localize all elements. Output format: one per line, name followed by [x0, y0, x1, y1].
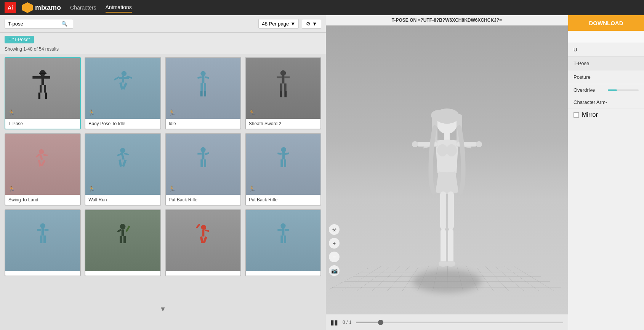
search-input[interactable]: [8, 21, 61, 27]
svg-rect-16: [202, 76, 204, 83]
animation-run-icon: 🏃: [8, 109, 15, 116]
svg-rect-35: [38, 160, 41, 167]
animation-card-wallrun[interactable]: 🏃 Wall Run: [85, 133, 161, 206]
svg-rect-64: [126, 225, 131, 232]
animation-card-r3c4[interactable]: [245, 209, 321, 276]
right-panel-u-option: U: [568, 43, 644, 57]
pause-button[interactable]: ▮▮: [330, 318, 338, 327]
animation-grid: 🏃 T-Pose 🏃: [0, 54, 326, 330]
svg-rect-76: [285, 229, 289, 231]
svg-rect-62: [122, 230, 124, 236]
svg-rect-21: [200, 91, 202, 97]
svg-rect-20: [204, 83, 206, 91]
animation-card-putbackrifle1[interactable]: 🏃 Put Back Rifle: [165, 133, 241, 206]
svg-rect-77: [280, 236, 283, 243]
svg-rect-5: [44, 85, 46, 92]
svg-point-31: [39, 149, 44, 154]
svg-rect-74: [282, 228, 285, 236]
svg-point-67: [201, 225, 206, 230]
gear-icon: ⚙: [306, 21, 311, 27]
svg-rect-68: [202, 230, 204, 236]
right-panel-tpose-option[interactable]: T-Pose: [568, 57, 644, 70]
svg-point-37: [120, 148, 125, 153]
svg-rect-28: [284, 83, 287, 91]
svg-point-61: [120, 224, 126, 230]
svg-rect-60: [43, 236, 46, 243]
character-svg: [409, 105, 485, 287]
svg-rect-17: [197, 76, 202, 78]
overdrive-fill: [608, 89, 617, 91]
tpose-option-label: T-Pose: [574, 61, 589, 66]
r3c4-figure: [268, 220, 298, 261]
animation-card-bboy[interactable]: 🏃 Bboy Pose To Idle: [85, 57, 161, 129]
anim-card-label-3: Sheath Sword 2: [246, 119, 320, 129]
idle-figure: [188, 67, 218, 109]
svg-rect-56: [42, 228, 44, 236]
svg-rect-75: [277, 229, 282, 231]
svg-rect-78: [284, 236, 286, 243]
svg-point-85: [437, 144, 448, 156]
search-input-wrap[interactable]: 🔍: [5, 19, 73, 29]
svg-rect-69: [195, 224, 200, 229]
svg-rect-58: [45, 229, 49, 231]
settings-dropdown-icon: ▼: [312, 21, 317, 27]
svg-rect-50: [282, 152, 285, 159]
animation-card-r3c1[interactable]: [5, 209, 81, 276]
camera-icon[interactable]: 📷: [329, 265, 340, 276]
svg-rect-44: [202, 152, 204, 159]
anim-card-label-11: [246, 271, 320, 276]
animation-run-icon-6: 🏃: [88, 185, 95, 193]
animation-card-putbackrifle2[interactable]: 🏃 Put Back Rifle: [245, 133, 321, 206]
per-page-select[interactable]: 48 Per page ▼: [258, 19, 299, 29]
animation-run-icon-4: 🏃: [248, 109, 256, 116]
timeline-track[interactable]: [356, 322, 563, 323]
svg-rect-29: [280, 91, 282, 97]
svg-rect-66: [123, 236, 126, 243]
nav-characters[interactable]: Characters: [70, 3, 96, 12]
svg-rect-92: [448, 191, 454, 230]
settings-button[interactable]: ⚙ ▼: [302, 19, 321, 29]
animation-card-swing[interactable]: 🏃 Swing To Land: [5, 133, 81, 206]
viewer-body: ☣ + − 📷: [326, 26, 568, 314]
svg-point-49: [281, 147, 286, 152]
chevron-down-icon: ▼: [290, 21, 295, 27]
svg-rect-32: [39, 154, 43, 160]
swing-figure: [27, 143, 58, 185]
filter-tag[interactable]: = "T-Pose": [5, 36, 34, 43]
u-label: U: [574, 47, 577, 53]
zoom-in-icon[interactable]: +: [329, 238, 340, 249]
svg-rect-22: [204, 91, 206, 97]
svg-rect-30: [284, 91, 287, 97]
svg-point-83: [431, 110, 446, 121]
time-separator: /: [346, 320, 349, 325]
svg-rect-47: [200, 159, 203, 167]
nav-animations[interactable]: Animations: [106, 3, 132, 13]
animation-card-sheath[interactable]: 🏃 Sheath Sword 2: [245, 57, 321, 129]
animation-card-tpose[interactable]: 🏃 T-Pose: [5, 57, 81, 129]
timeline-thumb[interactable]: [378, 320, 383, 325]
time-display: 0 / 1: [343, 320, 351, 325]
right-panel-posture-option[interactable]: Posture: [568, 70, 644, 84]
animation-card-r3c2[interactable]: [85, 209, 161, 276]
mirror-checkbox[interactable]: [574, 112, 579, 118]
mixamo-brand-name: mixamo: [35, 4, 61, 12]
svg-rect-52: [285, 152, 289, 155]
download-button[interactable]: DOWNLOAD: [568, 15, 644, 31]
overdrive-label: Overdrive: [574, 87, 605, 93]
animation-card-idle[interactable]: 🏃 Idle: [165, 57, 241, 129]
svg-rect-40: [124, 153, 129, 155]
overdrive-slider[interactable]: [608, 89, 639, 91]
search-bar: 🔍 48 Per page ▼ ⚙ ▼: [0, 15, 326, 33]
scroll-down-button[interactable]: ▼: [160, 305, 167, 313]
putback-figure-1: [188, 143, 218, 185]
nav-links: Characters Animations: [70, 3, 132, 13]
svg-rect-46: [205, 152, 209, 155]
svg-rect-53: [280, 159, 283, 167]
animation-card-r3c3[interactable]: [165, 209, 241, 276]
svg-rect-48: [204, 159, 206, 167]
anim-card-label-4: Swing To Land: [5, 195, 80, 205]
character-arm-option: Character Arm-: [568, 96, 644, 108]
svg-rect-6: [38, 92, 40, 99]
zoom-out-icon[interactable]: −: [329, 252, 340, 262]
reset-view-icon[interactable]: ☣: [329, 224, 340, 235]
